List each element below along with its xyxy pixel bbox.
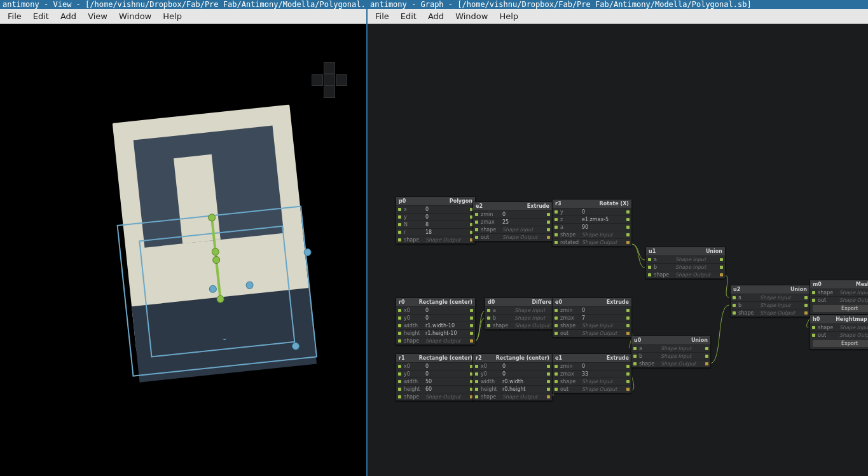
output-port-icon[interactable] (626, 365, 630, 368)
row-value[interactable]: 0 (425, 364, 467, 369)
output-port-icon[interactable] (804, 296, 808, 299)
row-value[interactable]: Shape Input (760, 303, 802, 308)
output-port-icon[interactable] (626, 324, 630, 327)
row-value[interactable]: 0 (502, 364, 544, 369)
node-row-x0[interactable]: x00 (396, 306, 475, 314)
row-value[interactable]: 33 (582, 371, 624, 377)
node-row-rotated[interactable]: rotatedShape Output (553, 238, 631, 246)
input-port-icon[interactable] (398, 365, 401, 368)
row-value[interactable]: Shape Output (839, 297, 868, 303)
node-row-out[interactable]: outShape Output (473, 233, 552, 241)
output-port-icon[interactable] (547, 372, 550, 376)
node-row-height[interactable]: height60 (396, 385, 475, 393)
row-value[interactable]: Shape Input (502, 227, 544, 233)
node-row-width[interactable]: widthr1.width-10 (396, 322, 475, 329)
row-value[interactable]: 0 (582, 364, 624, 369)
input-port-icon[interactable] (648, 266, 651, 269)
node-row-a[interactable]: aShape Input (731, 294, 809, 301)
input-port-icon[interactable] (555, 241, 558, 244)
row-value[interactable]: r0.width (502, 379, 544, 384)
row-value[interactable]: 0 (425, 308, 467, 313)
node-row-out[interactable]: outShape Output (553, 329, 631, 337)
output-port-icon[interactable] (720, 258, 723, 261)
input-port-icon[interactable] (398, 231, 401, 234)
graph-canvas[interactable]: p0Polygonx0y0N8r18shapeShape Outpute2Ext… (368, 24, 868, 476)
row-value[interactable]: Shape Input (661, 346, 703, 351)
row-value[interactable]: Shape Output (425, 338, 467, 344)
menu-file[interactable]: File (8, 11, 22, 21)
row-value[interactable]: r0.height (502, 386, 544, 392)
input-port-icon[interactable] (398, 238, 401, 241)
node-row-zmax[interactable]: zmax25 (473, 218, 552, 226)
output-port-icon[interactable] (804, 311, 808, 315)
node-u2[interactable]: u2UnionaShape InputbShape InputshapeShap… (730, 285, 810, 317)
model-preview[interactable] (87, 102, 345, 416)
input-port-icon[interactable] (475, 228, 478, 231)
row-value[interactable]: 0 (582, 308, 624, 313)
row-value[interactable]: Shape Output (502, 235, 544, 240)
output-port-icon[interactable] (626, 316, 630, 320)
input-port-icon[interactable] (398, 215, 401, 219)
row-value[interactable]: Shape Input (661, 353, 703, 359)
3d-viewport[interactable] (0, 24, 366, 476)
output-port-icon[interactable] (626, 241, 630, 244)
node-r3[interactable]: r3Rotate (X)y0ze1.zmax-5a90shapeShape In… (552, 199, 632, 247)
input-port-icon[interactable] (633, 355, 637, 358)
row-value[interactable]: Shape Input (582, 323, 624, 329)
output-port-icon[interactable] (470, 324, 473, 327)
output-port-icon[interactable] (547, 395, 550, 398)
input-port-icon[interactable] (398, 372, 401, 376)
input-port-icon[interactable] (475, 365, 478, 368)
node-m0[interactable]: m0Mesh (.stl)shapeShape InputoutShape Ou… (809, 280, 868, 315)
menu-help[interactable]: Help (499, 11, 518, 21)
node-row-zmin[interactable]: zmin0 (473, 210, 552, 218)
row-value[interactable]: r1.height-10 (425, 330, 467, 336)
output-port-icon[interactable] (470, 309, 473, 312)
node-row-b[interactable]: bShape Input (731, 301, 809, 309)
input-port-icon[interactable] (475, 236, 478, 239)
input-port-icon[interactable] (555, 309, 558, 312)
node-u1[interactable]: u1UnionaShape InputbShape InputshapeShap… (645, 247, 726, 279)
row-value[interactable]: Shape Input (582, 379, 624, 384)
node-row-x0[interactable]: x00 (396, 362, 475, 370)
row-value[interactable]: Shape Input (675, 257, 717, 262)
row-value[interactable]: Shape Output (839, 332, 868, 338)
output-port-icon[interactable] (626, 226, 630, 229)
input-port-icon[interactable] (475, 380, 478, 383)
input-port-icon[interactable] (555, 380, 558, 383)
row-value[interactable]: 0 (502, 371, 544, 377)
row-value[interactable]: 0 (425, 315, 467, 321)
export-button[interactable]: Export (813, 340, 868, 347)
node-row-shape[interactable]: shapeShape Input (810, 323, 868, 331)
output-port-icon[interactable] (626, 332, 630, 335)
row-value[interactable]: 7 (582, 315, 624, 321)
input-port-icon[interactable] (398, 395, 401, 398)
input-port-icon[interactable] (475, 395, 478, 398)
node-row-shape[interactable]: shapeShape Output (473, 393, 552, 400)
node-row-a[interactable]: a90 (553, 223, 631, 231)
node-row-shape[interactable]: shapeShape Input (553, 231, 631, 238)
output-port-icon[interactable] (705, 347, 708, 350)
row-value[interactable]: 0 (425, 207, 467, 212)
node-row-y0[interactable]: y00 (396, 370, 475, 377)
node-e1[interactable]: e1Extrudezmin0zmax33shapeShape InputoutS… (552, 353, 632, 393)
row-value[interactable]: 0 (425, 371, 467, 377)
row-value[interactable]: 0 (582, 209, 624, 215)
output-port-icon[interactable] (705, 362, 708, 365)
input-port-icon[interactable] (398, 208, 401, 211)
menu-file[interactable]: File (375, 11, 389, 21)
node-row-width[interactable]: width50 (396, 377, 475, 385)
menu-window[interactable]: Window (119, 11, 151, 21)
node-row-shape[interactable]: shapeShape Input (553, 377, 631, 385)
row-value[interactable]: r1.width-10 (425, 323, 467, 329)
output-port-icon[interactable] (470, 316, 473, 320)
node-p0[interactable]: p0Polygonx0y0N8r18shapeShape Output (396, 196, 476, 244)
row-value[interactable]: 18 (425, 229, 467, 235)
node-row-y0[interactable]: y00 (473, 370, 552, 377)
input-port-icon[interactable] (555, 332, 558, 335)
input-port-icon[interactable] (812, 326, 815, 329)
output-port-icon[interactable] (547, 228, 550, 231)
input-port-icon[interactable] (398, 332, 401, 335)
input-port-icon[interactable] (633, 347, 637, 350)
output-port-icon[interactable] (547, 365, 550, 368)
